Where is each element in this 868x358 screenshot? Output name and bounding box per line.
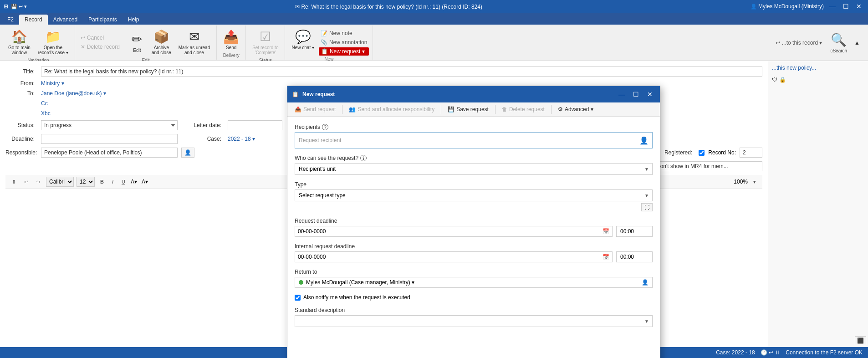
registered-label: Registered: [663, 149, 695, 156]
recipient-input-area[interactable]: Request recipient 👤 [295, 132, 653, 148]
toolbar-redo-button[interactable]: ↪ [34, 177, 43, 187]
archive-and-close-button[interactable]: 📦 Archiveand close [149, 27, 174, 57]
toolbar-undo-button[interactable]: ↩ [21, 177, 31, 187]
visibility-select[interactable]: Recipient's unit [295, 163, 653, 175]
ribbon-collapse-button[interactable]: ▲ [852, 39, 863, 47]
to-value[interactable]: Jane Doe (jane@doe.uk) ▾ [41, 90, 106, 97]
underline-button[interactable]: U [119, 177, 128, 186]
send-allocate-button[interactable]: 👥 Send and allocate responsibility [345, 104, 438, 114]
advanced-button[interactable]: ⚙ Advanced ▾ [554, 104, 597, 114]
visibility-select-wrap: Recipient's unit ▼ [295, 163, 653, 175]
right-panel-link[interactable]: ...this new policy... [768, 61, 868, 75]
right-panel-expand-button[interactable]: ⬛ [855, 336, 866, 345]
bold-button[interactable]: B [97, 177, 107, 186]
cc-link[interactable]: Cc [41, 100, 48, 107]
send-request-button[interactable]: 📤 Send request [291, 104, 339, 114]
send-icon: 📤 [223, 29, 239, 44]
toolbar-sep-2 [441, 105, 441, 114]
delete-request-button[interactable]: 🗑 Delete request [498, 104, 548, 114]
new-request-button[interactable]: 📋 New request ▾ [319, 47, 369, 56]
toolbar-upload-button[interactable]: ⬆ [9, 177, 19, 187]
font-size-select[interactable]: 12 [77, 177, 95, 187]
title-label: Title: [5, 68, 37, 75]
tab-participants[interactable]: Participants [83, 15, 123, 25]
csearch-button[interactable]: 🔍 cSearch [827, 31, 850, 55]
record-no-input[interactable] [740, 148, 762, 158]
edit-small-buttons: ↩ Cancel ✕ Delete record [79, 34, 122, 51]
ribbon-right-buttons: ↩ ...to this record ▾ [774, 39, 824, 47]
allocate-icon: 👥 [349, 106, 356, 113]
request-deadline-time-input[interactable] [616, 226, 653, 237]
internal-deadline-date-wrap: 📅 [295, 251, 613, 262]
deadline-input[interactable] [41, 134, 178, 144]
tab-help[interactable]: Help [123, 15, 145, 25]
edit-buttons: ↩ Cancel ✕ Delete record ✏ Edit 📦 Archiv… [79, 27, 213, 57]
dialog-window-controls[interactable]: — ☐ ✕ [616, 90, 655, 99]
archive-icon: 📦 [153, 29, 169, 44]
dialog-maximize-button[interactable]: ☐ [630, 90, 642, 99]
toolbar-sep-1 [342, 105, 342, 114]
mark-as-unread-button[interactable]: ✉ Mark as unreadand close [176, 27, 213, 57]
zoom-button[interactable]: ▾ [751, 177, 759, 187]
case-value[interactable]: 2022 - 18 ▾ [228, 136, 255, 142]
go-main-window-button[interactable]: 🏠 Title: Go to mainwindow [5, 27, 33, 57]
dialog-minimize-button[interactable]: — [616, 90, 628, 99]
new-annotation-button[interactable]: 📎 New annotation [319, 38, 369, 46]
note-icon: 📝 [321, 30, 327, 36]
tab-record[interactable]: Record [19, 15, 48, 25]
cancel-button[interactable]: ↩ Cancel [79, 34, 122, 42]
internal-deadline-date-input[interactable] [295, 252, 600, 262]
tab-advanced[interactable]: Advanced [48, 15, 83, 25]
title-input[interactable] [41, 66, 762, 77]
type-expand-button[interactable]: ⛶ [641, 203, 653, 211]
request-deadline-date-input[interactable] [295, 226, 600, 236]
internal-deadline-calendar-button[interactable]: 📅 [600, 252, 612, 262]
internal-deadline-time-input[interactable] [616, 251, 653, 262]
m4-input[interactable] [653, 161, 762, 171]
set-complete-button[interactable]: ☑ Set record to'Complete' [250, 27, 281, 57]
responsible-picker-button[interactable]: 👤 [181, 148, 194, 158]
italic-button[interactable]: I [109, 177, 116, 186]
recipients-help-icon[interactable]: ? [322, 124, 328, 130]
type-select[interactable]: Select request type [295, 189, 653, 201]
window-controls[interactable]: — ☐ ✕ [827, 2, 864, 11]
standard-desc-select[interactable] [295, 315, 653, 327]
reply-to-record-button[interactable]: ↩ ...to this record ▾ [774, 39, 824, 47]
minimize-button[interactable]: — [827, 2, 838, 11]
status-select[interactable]: In progress [41, 120, 178, 130]
close-button[interactable]: ✕ [853, 2, 864, 11]
edit-button[interactable]: ✏ Edit [127, 30, 147, 55]
right-panel: ...this new policy... 🛡 🔒 ⬛ [768, 61, 868, 347]
title-bar-title: ✉ Re: What is the legal basis for this n… [27, 3, 751, 10]
return-to-row: Myles McDougall (Case manager, Ministry)… [295, 277, 653, 288]
to-label: To: [5, 90, 37, 97]
delete-request-icon: 🗑 [502, 106, 507, 113]
visibility-help-icon[interactable]: ℹ [360, 155, 367, 161]
xbc-link[interactable]: Xbc [41, 110, 51, 117]
responsible-input[interactable] [41, 148, 178, 158]
return-to-picker-button[interactable]: 👤 [642, 279, 648, 286]
status-icons: 🕐 ↩ ⏸ [761, 349, 781, 356]
ribbon-group-delivery: 📤 Send Delivery [217, 26, 246, 60]
maximize-button[interactable]: ☐ [840, 2, 852, 11]
tab-f2[interactable]: F2 [2, 15, 19, 25]
font-select[interactable]: Calibri [46, 177, 74, 187]
recipient-picker-button[interactable]: 👤 [639, 136, 648, 145]
type-section: Type Select request type ▼ ⛶ [295, 181, 653, 211]
registered-checkbox[interactable] [699, 150, 705, 156]
return-to-value: Myles McDougall (Case manager, Ministry)… [306, 279, 414, 286]
recipient-placeholder: Request recipient [299, 137, 341, 143]
notify-checkbox[interactable] [295, 295, 301, 301]
request-deadline-calendar-button[interactable]: 📅 [600, 226, 612, 236]
open-records-case-button[interactable]: 📁 Open therecord's case ▾ [35, 27, 71, 57]
letter-date-input[interactable] [228, 120, 282, 130]
from-value[interactable]: Ministry ▾ [41, 80, 64, 87]
dialog-close-button[interactable]: ✕ [644, 90, 655, 99]
delete-record-button[interactable]: ✕ Delete record [79, 43, 122, 51]
notify-label: Also notify me when the request is execu… [303, 294, 410, 301]
save-request-button[interactable]: 💾 Save request [444, 104, 492, 114]
new-chat-button[interactable]: 💬 New chat ▾ [289, 27, 317, 52]
send-button[interactable]: 📤 Send [220, 27, 242, 52]
title-row: Title: [5, 66, 762, 77]
new-note-button[interactable]: 📝 New note [319, 29, 369, 37]
